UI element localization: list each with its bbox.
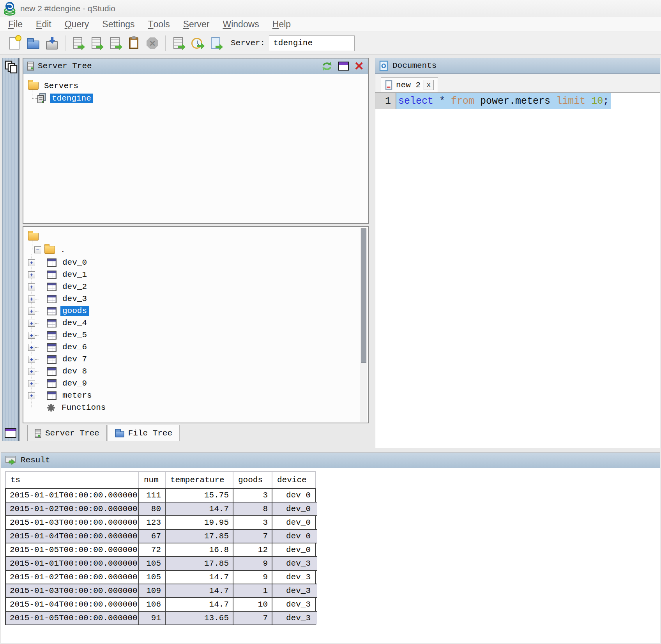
code-line-1[interactable]: select * from power.meters limit 10;: [396, 93, 660, 109]
server-tree-item[interactable]: tdengine: [37, 92, 363, 104]
cascade-windows-icon[interactable]: [5, 60, 18, 74]
panel-tab[interactable]: Server Tree: [27, 425, 107, 441]
refresh-icon[interactable]: [321, 61, 333, 72]
table-icon: [47, 307, 57, 315]
expand-toggle[interactable]: +: [28, 332, 35, 339]
table-tree-item[interactable]: + dev_3: [47, 293, 368, 305]
run-file-icon[interactable]: [169, 34, 187, 52]
table-icon: [47, 295, 57, 303]
tree-root-item[interactable]: [28, 230, 368, 243]
open-file-icon[interactable]: [24, 34, 42, 52]
result-row[interactable]: 2015-01-03T00:00:00.000000 109 14.7 1 de…: [6, 584, 317, 598]
scrollbar-thumb[interactable]: [361, 228, 366, 363]
restore-window-icon[interactable]: [5, 428, 16, 438]
column-header[interactable]: temperature: [166, 472, 233, 488]
result-row[interactable]: 2015-01-04T00:00:00.000000 106 14.7 10 d…: [6, 598, 317, 612]
server-tree-title: Server Tree: [38, 62, 92, 71]
menu-help[interactable]: Help: [266, 17, 297, 32]
window-titlebar: new 2 #tdengine - qStudio: [0, 0, 661, 17]
expand-toggle[interactable]: +: [28, 259, 35, 266]
table-tree-item[interactable]: + dev_0: [47, 257, 368, 269]
table-tree-item[interactable]: + dev_1: [47, 269, 368, 281]
menu-query[interactable]: Query: [58, 17, 96, 32]
run-line-icon[interactable]: [87, 34, 105, 52]
server-panel-icon: [27, 62, 34, 71]
document-tab-new-2[interactable]: new 2 x: [381, 77, 438, 92]
table-icon: [47, 258, 57, 267]
cell-goods: 3: [233, 489, 272, 502]
expand-toggle[interactable]: +: [28, 308, 35, 315]
table-tree-item[interactable]: + dev_9: [47, 377, 368, 389]
result-row[interactable]: 2015-01-01T00:00:00.000000 111 15.75 3 d…: [6, 489, 317, 502]
sql-editor[interactable]: 1 select * from power.meters limit 10;: [375, 93, 660, 448]
table-tree-item[interactable]: + dev_7: [47, 353, 368, 365]
panel-tab[interactable]: File Tree: [108, 425, 180, 441]
expand-toggle[interactable]: +: [28, 283, 35, 290]
menu-tools[interactable]: Tools: [141, 17, 176, 32]
menu-file[interactable]: File: [2, 17, 29, 32]
table-tree-item[interactable]: + meters: [47, 389, 368, 402]
stop-query-icon[interactable]: ×: [143, 34, 161, 52]
servers-root-item[interactable]: Servers: [28, 80, 363, 92]
cell-device: dev_0: [272, 530, 316, 543]
close-panel-icon[interactable]: ✕: [354, 60, 364, 72]
tree-scrollbar[interactable]: [360, 228, 367, 422]
result-row[interactable]: 2015-01-03T00:00:00.000000 123 19.95 3 d…: [6, 516, 317, 530]
table-name-label: goods: [60, 306, 89, 316]
expand-toggle[interactable]: +: [28, 344, 35, 351]
table-icon: [47, 391, 57, 400]
save-icon[interactable]: [43, 34, 61, 52]
table-tree-item[interactable]: + dev_4: [47, 317, 368, 329]
table-icon: [47, 343, 57, 352]
expand-toggle[interactable]: +: [28, 380, 35, 387]
expand-toggle[interactable]: +: [28, 271, 35, 278]
maximize-panel-icon[interactable]: [338, 62, 349, 71]
expand-toggle[interactable]: +: [28, 392, 35, 399]
expand-toggle[interactable]: +: [28, 356, 35, 363]
expand-toggle[interactable]: +: [28, 320, 35, 327]
table-tree-item[interactable]: + dev_8: [47, 365, 368, 377]
collapse-toggle[interactable]: −: [34, 246, 41, 253]
table-tree-item[interactable]: + dev_2: [47, 281, 368, 293]
query-scheduler-icon[interactable]: [188, 34, 206, 52]
cell-ts: 2015-01-01T00:00:00.000000: [6, 557, 139, 570]
cell-goods: 7: [233, 612, 272, 625]
toolbar: × Server:: [0, 32, 661, 55]
cell-device: dev_3: [272, 584, 316, 597]
cell-goods: 10: [233, 598, 272, 611]
table-tree-item[interactable]: + goods: [47, 305, 368, 317]
table-tree-item[interactable]: Functions: [47, 402, 368, 414]
table-tree-item[interactable]: + dev_6: [47, 341, 368, 353]
menu-edit[interactable]: Edit: [29, 17, 58, 32]
result-row[interactable]: 2015-01-04T00:00:00.000000 67 17.85 7 de…: [6, 530, 317, 543]
cell-num: 111: [139, 489, 166, 502]
result-row[interactable]: 2015-01-02T00:00:00.000000 80 14.7 8 dev…: [6, 502, 317, 516]
table-name-label: dev_3: [60, 294, 89, 304]
result-row[interactable]: 2015-01-01T00:00:00.000000 105 17.85 9 d…: [6, 557, 317, 571]
result-row[interactable]: 2015-01-05T00:00:00.000000 91 13.65 7 de…: [6, 612, 317, 625]
menu-settings[interactable]: Settings: [95, 17, 141, 32]
cell-temperature: 17.85: [166, 557, 233, 570]
menu-windows[interactable]: Windows: [216, 17, 265, 32]
column-header[interactable]: num: [139, 472, 166, 488]
column-header[interactable]: goods: [233, 472, 272, 488]
expand-toggle[interactable]: +: [28, 295, 35, 303]
table-tree-item[interactable]: + dev_5: [47, 329, 368, 341]
database-dot-item[interactable]: − .: [34, 243, 368, 257]
clipboard-icon[interactable]: [125, 34, 143, 52]
panel-tab-label: Server Tree: [45, 429, 99, 438]
server-combobox[interactable]: [269, 35, 355, 51]
result-row[interactable]: 2015-01-02T00:00:00.000000 105 14.7 9 de…: [6, 571, 317, 584]
column-header[interactable]: device: [272, 472, 316, 488]
menu-server[interactable]: Server: [177, 17, 216, 32]
run-selection-icon[interactable]: [106, 34, 124, 52]
expand-toggle[interactable]: +: [28, 368, 35, 375]
cell-goods: 9: [233, 557, 272, 570]
cell-temperature: 13.65: [166, 612, 233, 625]
close-tab-button[interactable]: x: [424, 80, 434, 90]
run-query-icon[interactable]: [69, 34, 87, 52]
result-row[interactable]: 2015-01-05T00:00:00.000000 72 16.8 12 de…: [6, 543, 317, 557]
new-file-icon[interactable]: [5, 34, 23, 52]
send-script-icon[interactable]: [207, 34, 224, 52]
column-header[interactable]: ts: [6, 472, 139, 488]
